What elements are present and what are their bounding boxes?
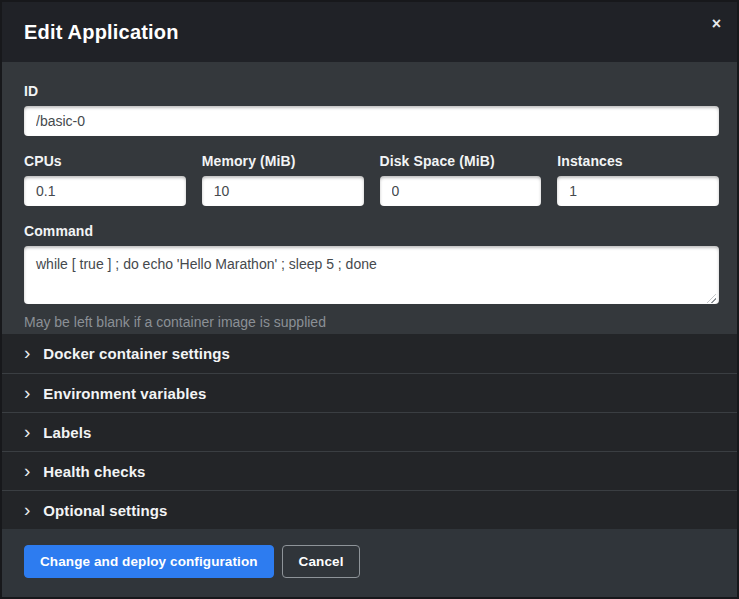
cpus-input[interactable] (24, 176, 186, 206)
section-health-checks[interactable]: › Health checks (2, 451, 737, 490)
field-command: Command while [ true ] ; do echo 'Hello … (24, 223, 719, 330)
cpus-label: CPUs (24, 153, 186, 169)
instances-label: Instances (557, 153, 719, 169)
chevron-right-icon: › (24, 343, 30, 362)
chevron-right-icon: › (24, 383, 30, 402)
edit-application-modal: Edit Application × ID CPUs Memory (MiB) … (0, 0, 739, 599)
collapsible-sections: › Docker container settings › Environmen… (2, 334, 737, 529)
section-label: Environment variables (43, 385, 206, 402)
field-disk: Disk Space (MiB) (380, 153, 542, 206)
section-label: Labels (43, 424, 91, 441)
change-and-deploy-button[interactable]: Change and deploy configuration (24, 545, 274, 578)
instances-input[interactable] (557, 176, 719, 206)
close-icon[interactable]: × (706, 10, 727, 38)
command-textarea[interactable]: while [ true ] ; do echo 'Hello Marathon… (24, 246, 719, 304)
memory-input[interactable] (202, 176, 364, 206)
command-textarea-wrap: while [ true ] ; do echo 'Hello Marathon… (24, 246, 719, 308)
section-optional-settings[interactable]: › Optional settings (2, 490, 737, 529)
field-id: ID (24, 83, 719, 136)
section-label: Docker container settings (43, 345, 230, 362)
field-cpus: CPUs (24, 153, 186, 206)
section-label: Health checks (43, 463, 145, 480)
field-memory: Memory (MiB) (202, 153, 364, 206)
modal-title: Edit Application (24, 21, 179, 44)
disk-label: Disk Space (MiB) (380, 153, 542, 169)
section-label: Optional settings (43, 502, 167, 519)
command-help-text: May be left blank if a container image i… (24, 314, 719, 330)
section-docker-container-settings[interactable]: › Docker container settings (2, 334, 737, 373)
command-label: Command (24, 223, 719, 239)
form-area: ID CPUs Memory (MiB) Disk Space (MiB) In… (2, 62, 737, 334)
memory-label: Memory (MiB) (202, 153, 364, 169)
cancel-button[interactable]: Cancel (282, 545, 361, 578)
field-instances: Instances (557, 153, 719, 206)
id-input[interactable] (24, 106, 719, 136)
chevron-right-icon: › (24, 500, 30, 519)
chevron-right-icon: › (24, 461, 30, 480)
section-labels[interactable]: › Labels (2, 412, 737, 451)
modal-footer: Change and deploy configuration Cancel (2, 529, 737, 597)
modal-header: Edit Application × (2, 2, 737, 62)
chevron-right-icon: › (24, 422, 30, 441)
section-environment-variables[interactable]: › Environment variables (2, 373, 737, 412)
resources-row: CPUs Memory (MiB) Disk Space (MiB) Insta… (24, 153, 719, 206)
id-label: ID (24, 83, 719, 99)
disk-input[interactable] (380, 176, 542, 206)
